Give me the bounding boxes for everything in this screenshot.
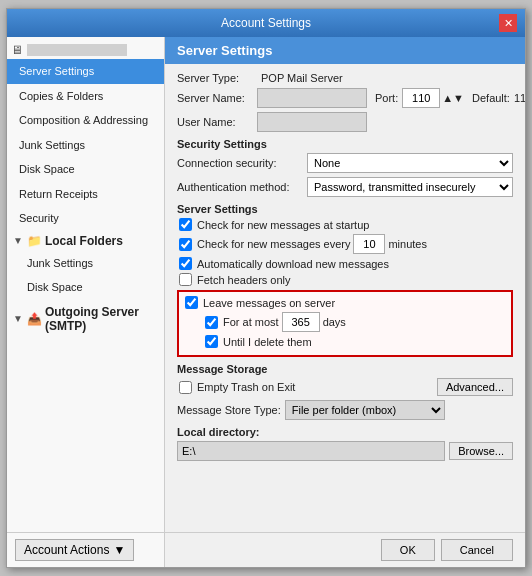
cancel-button[interactable]: Cancel bbox=[441, 539, 513, 561]
local-folders-label: Local Folders bbox=[45, 234, 123, 248]
auth-method-label: Authentication method: bbox=[177, 181, 307, 193]
leave-messages-row: Leave messages on server bbox=[185, 296, 505, 309]
browse-button[interactable]: Browse... bbox=[449, 442, 513, 460]
dialog-footer: OK Cancel bbox=[165, 532, 525, 567]
empty-trash-checkbox-row: Empty Trash on Exit bbox=[177, 381, 295, 394]
msg-store-type-select[interactable]: File per folder (mbox) bbox=[285, 400, 445, 420]
leave-messages-label: Leave messages on server bbox=[203, 297, 335, 309]
username-row: User Name: bbox=[177, 112, 513, 132]
auto-download-label: Automatically download new messages bbox=[197, 258, 389, 270]
port-input[interactable] bbox=[402, 88, 440, 108]
sidebar-item-server-settings[interactable]: Server Settings bbox=[7, 59, 164, 84]
folder-icon: 📁 bbox=[27, 234, 42, 248]
close-button[interactable]: ✕ bbox=[499, 14, 517, 32]
advanced-button[interactable]: Advanced... bbox=[437, 378, 513, 396]
empty-trash-label: Empty Trash on Exit bbox=[197, 381, 295, 393]
for-at-most-checkbox[interactable] bbox=[205, 316, 218, 329]
auth-method-select[interactable]: Password, transmitted insecurely Normal … bbox=[307, 177, 513, 197]
leave-messages-box: Leave messages on server For at most day… bbox=[177, 290, 513, 357]
sidebar-outgoing-smtp[interactable]: ▼ 📤 Outgoing Server (SMTP) bbox=[7, 302, 164, 336]
check-interval-checkbox[interactable] bbox=[179, 238, 192, 251]
empty-trash-row: Empty Trash on Exit Advanced... bbox=[177, 378, 513, 396]
check-interval-row: Check for new messages every minutes bbox=[177, 234, 513, 254]
fetch-headers-label: Fetch headers only bbox=[197, 274, 291, 286]
check-interval-unit: minutes bbox=[388, 238, 427, 250]
server-type-row: Server Type: POP Mail Server bbox=[177, 72, 513, 84]
username-input[interactable] bbox=[257, 112, 367, 132]
expand-local-folders-icon: ▼ bbox=[13, 235, 23, 246]
for-at-most-label: For at most bbox=[223, 316, 279, 328]
until-delete-row: Until I delete them bbox=[185, 335, 505, 348]
ok-button[interactable]: OK bbox=[381, 539, 435, 561]
account-actions-button[interactable]: Account Actions ▼ bbox=[15, 539, 134, 561]
auth-method-row: Authentication method: Password, transmi… bbox=[177, 177, 513, 197]
sidebar: 🖥 Server Settings Copies & Folders Compo… bbox=[7, 37, 165, 567]
server-type-value: POP Mail Server bbox=[261, 72, 343, 84]
expand-smtp-icon: ▼ bbox=[13, 313, 23, 324]
check-interval-input[interactable] bbox=[353, 234, 385, 254]
msg-store-type-label: Message Store Type: bbox=[177, 404, 281, 416]
default-value: 110 bbox=[514, 92, 525, 104]
smtp-icon: 📤 bbox=[27, 312, 42, 326]
for-at-most-checkbox-row: For at most days bbox=[205, 312, 505, 332]
window-title: Account Settings bbox=[33, 16, 499, 30]
for-at-most-unit: days bbox=[323, 316, 346, 328]
for-at-most-row: For at most days bbox=[185, 312, 505, 332]
sidebar-item-local-disk[interactable]: Disk Space bbox=[7, 275, 164, 300]
server-settings-title: Server Settings bbox=[177, 203, 513, 215]
auto-download-row: Automatically download new messages bbox=[177, 257, 513, 270]
connection-security-select[interactable]: None STARTTLS SSL/TLS bbox=[307, 153, 513, 173]
for-at-most-input[interactable] bbox=[282, 312, 320, 332]
sidebar-item-security[interactable]: Security bbox=[7, 206, 164, 231]
check-startup-row: Check for new messages at startup bbox=[177, 218, 513, 231]
fetch-headers-row: Fetch headers only bbox=[177, 273, 513, 286]
msg-store-type-row: Message Store Type: File per folder (mbo… bbox=[177, 400, 513, 420]
server-name-label: Server Name: bbox=[177, 92, 257, 104]
fetch-headers-checkbox[interactable] bbox=[179, 273, 192, 286]
leave-messages-checkbox[interactable] bbox=[185, 296, 198, 309]
check-interval-label: Check for new messages every bbox=[197, 238, 350, 250]
check-startup-checkbox[interactable] bbox=[179, 218, 192, 231]
until-delete-checkbox[interactable] bbox=[205, 335, 218, 348]
account-icon: 🖥 bbox=[11, 43, 23, 57]
empty-trash-checkbox[interactable] bbox=[179, 381, 192, 394]
server-name-input[interactable] bbox=[257, 88, 367, 108]
panel-body: Server Type: POP Mail Server Server Name… bbox=[165, 64, 525, 532]
account-actions-label: Account Actions bbox=[24, 543, 109, 557]
server-type-label: Server Type: bbox=[177, 72, 257, 84]
security-settings-title: Security Settings bbox=[177, 138, 513, 150]
main-content: 🖥 Server Settings Copies & Folders Compo… bbox=[7, 37, 525, 567]
until-delete-checkbox-row: Until I delete them bbox=[205, 335, 505, 348]
until-delete-label: Until I delete them bbox=[223, 336, 312, 348]
sidebar-item-junk-settings[interactable]: Junk Settings bbox=[7, 133, 164, 158]
right-panel: Server Settings Server Type: POP Mail Se… bbox=[165, 37, 525, 567]
sidebar-item-copies-folders[interactable]: Copies & Folders bbox=[7, 84, 164, 109]
default-label: Default: bbox=[472, 92, 510, 104]
account-name bbox=[27, 44, 127, 56]
port-label: Port: bbox=[375, 92, 398, 104]
auto-download-checkbox[interactable] bbox=[179, 257, 192, 270]
username-label: User Name: bbox=[177, 116, 257, 128]
connection-security-row: Connection security: None STARTTLS SSL/T… bbox=[177, 153, 513, 173]
account-header: 🖥 bbox=[7, 41, 164, 59]
account-settings-window: Account Settings ✕ 🖥 Server Settings Cop… bbox=[6, 8, 526, 568]
account-actions-arrow: ▼ bbox=[113, 543, 125, 557]
spinner-up[interactable]: ▲▼ bbox=[442, 92, 464, 104]
check-startup-label: Check for new messages at startup bbox=[197, 219, 369, 231]
sidebar-item-disk-space[interactable]: Disk Space bbox=[7, 157, 164, 182]
sidebar-item-return-receipts[interactable]: Return Receipts bbox=[7, 182, 164, 207]
local-dir-input[interactable] bbox=[177, 441, 445, 461]
local-dir-row: Browse... bbox=[177, 441, 513, 461]
sidebar-bottom: Account Actions ▼ bbox=[7, 532, 164, 567]
outgoing-smtp-label: Outgoing Server (SMTP) bbox=[45, 305, 160, 333]
sidebar-local-folders[interactable]: ▼ 📁 Local Folders bbox=[7, 231, 164, 251]
server-name-row: Server Name: Port: ▲▼ Default: 110 bbox=[177, 88, 513, 108]
panel-header: Server Settings bbox=[165, 37, 525, 64]
title-bar: Account Settings ✕ bbox=[7, 9, 525, 37]
sidebar-item-local-junk[interactable]: Junk Settings bbox=[7, 251, 164, 276]
sidebar-item-composition-addressing[interactable]: Composition & Addressing bbox=[7, 108, 164, 133]
message-storage-title: Message Storage bbox=[177, 363, 513, 375]
connection-security-label: Connection security: bbox=[177, 157, 307, 169]
local-dir-label: Local directory: bbox=[177, 426, 513, 438]
